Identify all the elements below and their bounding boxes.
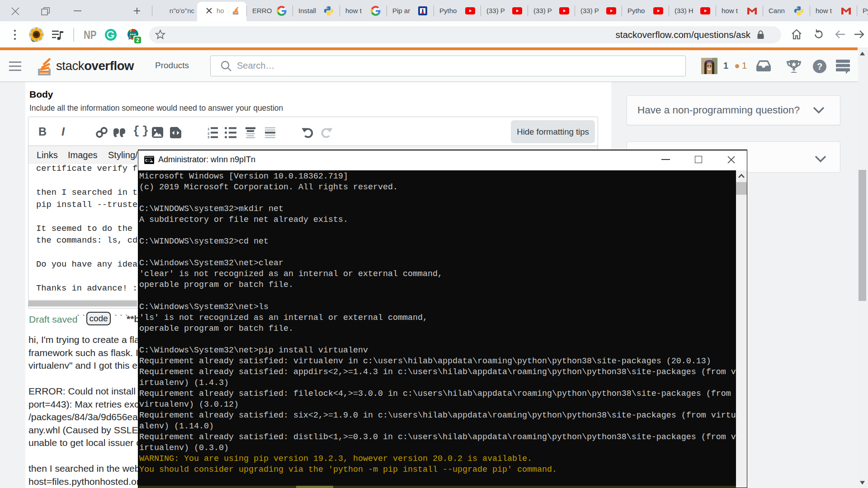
svg-text:?: ?	[817, 61, 822, 71]
svg-text:1: 1	[208, 127, 209, 131]
svg-text:2: 2	[136, 37, 139, 43]
svg-text:3: 3	[208, 135, 209, 138]
